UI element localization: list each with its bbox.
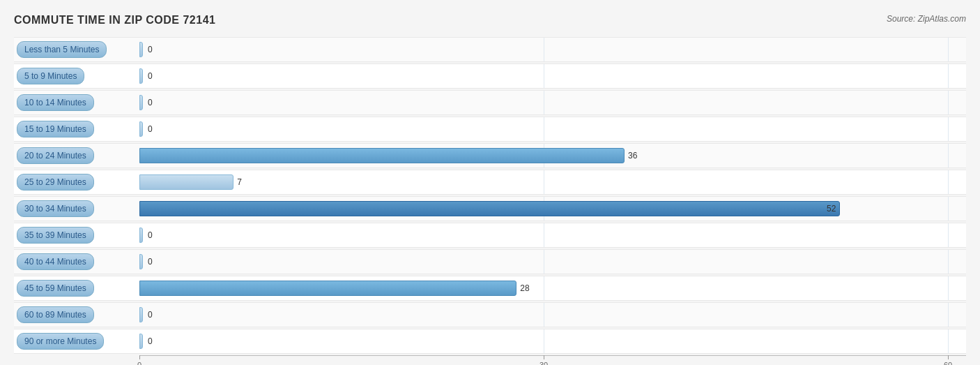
grid-line-60 xyxy=(948,223,949,247)
chart-title: COMMUTE TIME IN ZIP CODE 72141 xyxy=(14,14,215,27)
bar-value-zero: 0 xyxy=(148,98,153,107)
grid-line-30 xyxy=(544,64,544,88)
bar-label-pill: 30 to 34 Minutes xyxy=(17,200,94,217)
bar-label-pill: 35 to 39 Minutes xyxy=(17,227,94,244)
bar-area: 0 xyxy=(139,303,966,327)
bar-fill xyxy=(139,174,233,190)
bar-label-pill: 25 to 29 Minutes xyxy=(17,174,94,191)
grid-line-30 xyxy=(544,117,544,141)
bar-fill-zero xyxy=(139,254,143,269)
grid-line-30 xyxy=(544,329,544,353)
bar-label: 20 to 24 Minutes xyxy=(14,147,139,164)
grid-line-60 xyxy=(948,64,949,88)
bar-row: Less than 5 Minutes0 xyxy=(14,37,966,62)
bar-fill xyxy=(139,148,625,163)
bar-label-pill: 40 to 44 Minutes xyxy=(17,253,94,270)
bar-row: 35 to 39 Minutes0 xyxy=(14,223,966,248)
bar-area: 0 xyxy=(139,223,966,247)
bar-label-pill: 5 to 9 Minutes xyxy=(17,68,84,84)
chart-header: COMMUTE TIME IN ZIP CODE 72141 Source: Z… xyxy=(14,14,966,27)
grid-line-30 xyxy=(544,276,544,300)
bar-label: 25 to 29 Minutes xyxy=(14,174,139,191)
bar-fill-zero xyxy=(139,334,143,349)
bar-label-pill: 10 to 14 Minutes xyxy=(17,94,94,111)
bar-value: 28 xyxy=(520,283,529,293)
bar-value-zero: 0 xyxy=(148,336,153,346)
x-tick-label: 30 xyxy=(539,361,548,365)
grid-line-60 xyxy=(948,170,949,194)
bar-label-pill: Less than 5 Minutes xyxy=(17,41,107,58)
grid-line-60 xyxy=(948,38,949,61)
grid-line-30 xyxy=(544,223,544,247)
bar-fill-zero xyxy=(139,228,143,243)
x-axis: 03060 xyxy=(139,355,966,365)
bar-label-pill: 45 to 59 Minutes xyxy=(17,280,94,297)
bar-label-pill: 60 to 89 Minutes xyxy=(17,306,94,323)
bar-label: 40 to 44 Minutes xyxy=(14,253,139,270)
bar-value: 36 xyxy=(628,151,637,161)
grid-line-30 xyxy=(544,38,544,61)
bar-row: 40 to 44 Minutes0 xyxy=(14,249,966,274)
bar-row: 60 to 89 Minutes0 xyxy=(14,302,966,327)
bar-fill-zero xyxy=(139,307,143,322)
chart-source: Source: ZipAtlas.com xyxy=(887,14,966,24)
bar-area: 0 xyxy=(139,64,966,88)
bar-label: 35 to 39 Minutes xyxy=(14,227,139,244)
bar-area: 52 xyxy=(139,197,966,221)
bar-value-zero: 0 xyxy=(148,257,153,267)
grid-line-60 xyxy=(948,197,949,221)
bar-fill: 52 xyxy=(139,201,840,216)
bar-value-zero: 0 xyxy=(148,310,153,320)
bar-area: 0 xyxy=(139,250,966,274)
grid-line-60 xyxy=(948,303,949,327)
bar-value-zero: 0 xyxy=(148,71,153,81)
x-tick-label: 0 xyxy=(137,361,141,365)
bar-label-pill: 90 or more Minutes xyxy=(17,333,104,350)
bar-fill-zero xyxy=(139,68,143,84)
bar-fill-zero xyxy=(139,42,143,57)
bar-row: 20 to 24 Minutes36 xyxy=(14,143,966,168)
x-tick-line xyxy=(948,355,949,359)
grid-line-30 xyxy=(544,91,544,114)
bar-label: 30 to 34 Minutes xyxy=(14,200,139,217)
bar-label-pill: 20 to 24 Minutes xyxy=(17,147,94,164)
grid-line-30 xyxy=(544,170,544,194)
grid-line-60 xyxy=(948,276,949,300)
bar-row: 45 to 59 Minutes28 xyxy=(14,276,966,301)
chart-container: COMMUTE TIME IN ZIP CODE 72141 Source: Z… xyxy=(0,0,980,365)
x-tick-line xyxy=(544,355,544,359)
bar-area: 7 xyxy=(139,170,966,194)
bar-area: 0 xyxy=(139,38,966,61)
bar-area: 0 xyxy=(139,329,966,353)
bar-row: 25 to 29 Minutes7 xyxy=(14,170,966,195)
x-tick-line xyxy=(139,355,140,359)
bar-area: 0 xyxy=(139,117,966,141)
bar-area: 28 xyxy=(139,276,966,300)
x-tick-label: 60 xyxy=(944,361,952,365)
bar-value: 7 xyxy=(237,177,242,187)
bar-label: 90 or more Minutes xyxy=(14,333,139,350)
bar-fill-zero xyxy=(139,95,143,110)
chart-body: Less than 5 Minutes05 to 9 Minutes010 to… xyxy=(14,37,966,365)
x-axis-line xyxy=(139,355,966,356)
bar-area: 36 xyxy=(139,144,966,167)
grid-line-30 xyxy=(544,250,544,274)
bar-value: 52 xyxy=(827,204,836,214)
bar-value-zero: 0 xyxy=(148,45,153,54)
bar-label: Less than 5 Minutes xyxy=(14,41,139,58)
bar-row: 10 to 14 Minutes0 xyxy=(14,90,966,115)
bar-row: 90 or more Minutes0 xyxy=(14,329,966,354)
bar-fill xyxy=(139,281,516,296)
bar-area: 0 xyxy=(139,91,966,114)
bar-label-pill: 15 to 19 Minutes xyxy=(17,121,94,137)
grid-line-60 xyxy=(948,117,949,141)
bar-label: 5 to 9 Minutes xyxy=(14,68,139,84)
grid-line-60 xyxy=(948,329,949,353)
bar-label: 15 to 19 Minutes xyxy=(14,121,139,137)
bar-row: 30 to 34 Minutes52 xyxy=(14,196,966,221)
bar-label: 10 to 14 Minutes xyxy=(14,94,139,111)
bar-value-zero: 0 xyxy=(148,230,153,240)
bar-value-zero: 0 xyxy=(148,124,153,134)
bar-label: 60 to 89 Minutes xyxy=(14,306,139,323)
bar-row: 5 to 9 Minutes0 xyxy=(14,64,966,89)
